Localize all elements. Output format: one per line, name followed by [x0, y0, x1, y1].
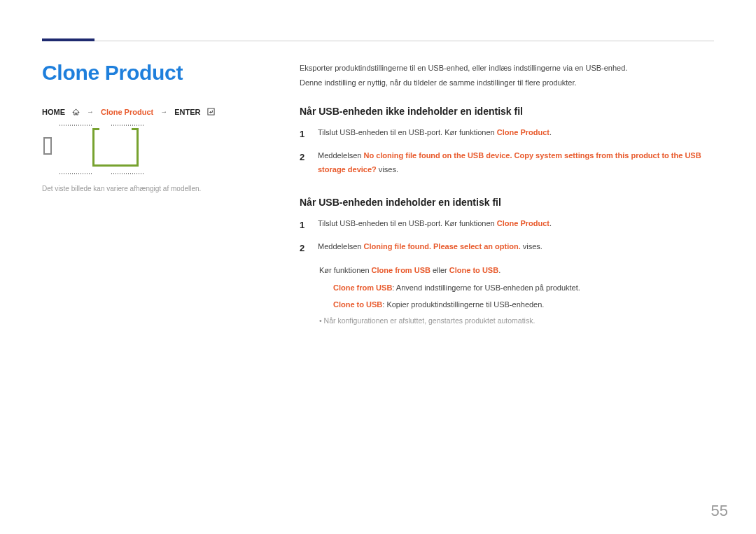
product-figure — [42, 123, 158, 176]
breadcrumb-item: Clone Product — [101, 108, 153, 116]
svg-rect-0 — [208, 108, 214, 115]
clone-to-usb-line: Clone to USB: Kopier produktindstillinge… — [333, 298, 714, 312]
chevron-right-icon: → — [160, 108, 167, 115]
clone-from-usb-line: Clone from USB: Anvend indstillingerne f… — [333, 281, 714, 295]
chevron-right-icon: → — [87, 108, 94, 115]
section2-heading: Når USB-enheden indeholder en identisk f… — [300, 197, 714, 208]
intro-text: Eksporter produktindstillingerne til en … — [300, 61, 714, 90]
breadcrumb-enter: ENTER — [174, 108, 200, 116]
run-function-line: Kør funktionen Clone from USB eller Clon… — [319, 264, 714, 278]
breadcrumb-home: HOME — [42, 108, 65, 116]
section1-heading: Når USB-enheden ikke indeholder en ident… — [300, 106, 714, 117]
figure-caption: Det viste billede kan variere afhængigt … — [42, 184, 273, 194]
section2-step2: 2 Meddelelsen Cloning file found. Please… — [300, 240, 714, 256]
page-title: Clone Product — [42, 61, 273, 85]
enter-icon — [207, 108, 215, 117]
section1-step1: 1 Tilslut USB-enheden til en USB-port. K… — [300, 126, 714, 142]
note-bullet: Når konfigurationen er afsluttet, gensta… — [319, 315, 714, 328]
page-number: 55 — [711, 502, 728, 520]
header-rule — [42, 38, 714, 41]
breadcrumb: HOME → Clone Product → ENTER — [42, 107, 273, 116]
home-icon — [72, 108, 80, 115]
section2-step1: 1 Tilslut USB-enheden til en USB-port. K… — [300, 217, 714, 233]
section1-step2: 2 Meddelelsen No cloning file found on t… — [300, 149, 714, 177]
